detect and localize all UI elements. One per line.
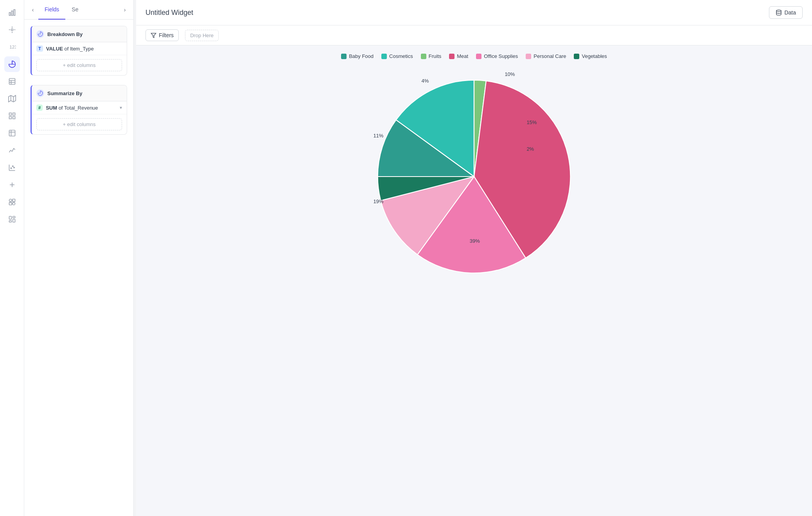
svg-point-26: [9, 199, 12, 202]
table-icon[interactable]: [4, 74, 20, 89]
area-chart-icon[interactable]: [4, 143, 20, 158]
pie-chart-container: 10% 15% 2% 39% 19% 11% 4%: [365, 67, 584, 286]
svg-rect-0: [9, 13, 10, 16]
svg-point-21: [11, 168, 12, 169]
data-button-label: Data: [784, 9, 796, 16]
filters-label: Filters: [159, 32, 174, 38]
summarize-field-item[interactable]: # SUM of Total_Revenue ▾: [32, 101, 127, 114]
label-vegetables: 4%: [422, 78, 429, 84]
drop-here-zone[interactable]: Drop Here: [185, 30, 219, 41]
legend-color-personal-care: [526, 54, 531, 59]
label-baby-food: 10%: [505, 71, 515, 77]
summarize-icon: [36, 89, 44, 97]
panel-header: ‹ Fields Se ›: [24, 0, 133, 20]
breakdown-header: Breakdown By: [32, 26, 127, 42]
legend-cosmetics: Cosmetics: [381, 53, 413, 59]
breakdown-section: Breakdown By T VALUE of Item_Type + edit…: [31, 26, 127, 76]
dashboard-icon[interactable]: [4, 211, 20, 227]
number-icon[interactable]: 123: [4, 39, 20, 55]
svg-rect-14: [9, 117, 11, 119]
field-tag-t: T: [36, 45, 43, 52]
label-office-supplies: 19%: [373, 198, 383, 204]
fields-panel: ‹ Fields Se › Breakdown By T VALUE of It…: [24, 0, 134, 516]
svg-rect-1: [11, 11, 13, 16]
svg-rect-33: [9, 220, 11, 222]
svg-point-3: [11, 29, 13, 31]
label-cosmetics: 15%: [526, 119, 537, 125]
svg-rect-12: [9, 113, 11, 115]
svg-rect-5: [9, 79, 15, 85]
label-fruits: 2%: [526, 146, 534, 152]
grid-icon[interactable]: [4, 108, 20, 124]
summarize-header: Summarize By: [32, 85, 127, 101]
legend-label-fruits: Fruits: [429, 53, 442, 59]
svg-point-23: [13, 167, 14, 168]
widget-title: Untitled Widget: [146, 9, 193, 17]
legend-color-baby-food: [341, 54, 347, 59]
summarize-dropdown-icon[interactable]: ▾: [120, 105, 122, 110]
legend-label-vegetables: Vegetables: [582, 53, 607, 59]
legend-fruits: Fruits: [421, 53, 442, 59]
panel-tabs: Fields Se: [38, 0, 119, 19]
chevron-right-button[interactable]: ›: [119, 4, 130, 15]
breakdown-icon: [36, 30, 44, 38]
legend-baby-food: Baby Food: [341, 53, 374, 59]
breakdown-field-label: VALUE of Item_Type: [46, 46, 94, 52]
chart-area: Baby Food Cosmetics Fruits Meat Office S…: [136, 45, 812, 516]
filters-bar: Filters Drop Here: [136, 25, 812, 45]
widget-icon[interactable]: [4, 194, 20, 210]
svg-rect-15: [13, 117, 15, 119]
label-meat: 39%: [470, 238, 480, 244]
field-tag-hash: #: [36, 105, 43, 111]
summarize-edit-columns-button[interactable]: + edit columns: [36, 118, 122, 130]
filters-button[interactable]: Filters: [146, 29, 179, 41]
legend-color-vegetables: [574, 54, 579, 59]
svg-marker-9: [8, 96, 15, 102]
legend-label-baby-food: Baby Food: [349, 53, 374, 59]
main-content: Untitled Widget Data Filters Drop Here B…: [136, 0, 812, 516]
svg-rect-30: [9, 217, 11, 220]
svg-point-29: [12, 202, 15, 205]
line-chart-icon[interactable]: [4, 22, 20, 38]
legend-office-supplies: Office Supplies: [476, 53, 518, 59]
legend-label-personal-care: Personal Care: [534, 53, 566, 59]
plus-cross-icon[interactable]: [4, 177, 20, 193]
breakdown-edit-columns-button[interactable]: + edit columns: [36, 59, 122, 71]
summarize-title: Summarize By: [47, 90, 83, 96]
chevron-left-button[interactable]: ‹: [27, 4, 38, 15]
legend-color-fruits: [421, 54, 426, 59]
svg-rect-31: [13, 217, 15, 218]
bar-chart-icon[interactable]: [4, 5, 20, 20]
legend-personal-care: Personal Care: [526, 53, 566, 59]
tab-settings[interactable]: Se: [65, 0, 84, 20]
legend-color-office-supplies: [476, 54, 481, 59]
legend-label-office-supplies: Office Supplies: [484, 53, 518, 59]
svg-point-34: [776, 10, 781, 11]
summarize-section: Summarize By # SUM of Total_Revenue ▾ + …: [31, 85, 127, 135]
svg-rect-13: [13, 113, 15, 115]
label-personal-care: 11%: [373, 133, 383, 139]
breakdown-title: Breakdown By: [47, 31, 83, 37]
svg-point-22: [12, 166, 13, 167]
fields-panel-body: Breakdown By T VALUE of Item_Type + edit…: [24, 20, 133, 516]
tab-fields[interactable]: Fields: [38, 0, 65, 20]
chart-legend: Baby Food Cosmetics Fruits Meat Office S…: [341, 53, 607, 59]
svg-text:123: 123: [9, 44, 16, 49]
pie-chart-icon[interactable]: [4, 56, 20, 72]
legend-label-cosmetics: Cosmetics: [389, 53, 413, 59]
svg-marker-35: [151, 33, 156, 37]
map-icon[interactable]: [4, 91, 20, 106]
scatter-icon[interactable]: [4, 160, 20, 175]
legend-label-meat: Meat: [457, 53, 468, 59]
summarize-field-label: SUM of Total_Revenue: [46, 105, 98, 111]
legend-meat: Meat: [449, 53, 468, 59]
svg-rect-2: [14, 10, 15, 16]
main-header: Untitled Widget Data: [136, 0, 812, 25]
svg-rect-16: [9, 130, 15, 136]
pie-chart-svg: [365, 67, 584, 286]
legend-vegetables: Vegetables: [574, 53, 607, 59]
svg-rect-27: [12, 199, 15, 202]
data-button[interactable]: Data: [769, 6, 803, 19]
pivot-icon[interactable]: [4, 125, 20, 141]
breakdown-field-item[interactable]: T VALUE of Item_Type: [32, 42, 127, 55]
